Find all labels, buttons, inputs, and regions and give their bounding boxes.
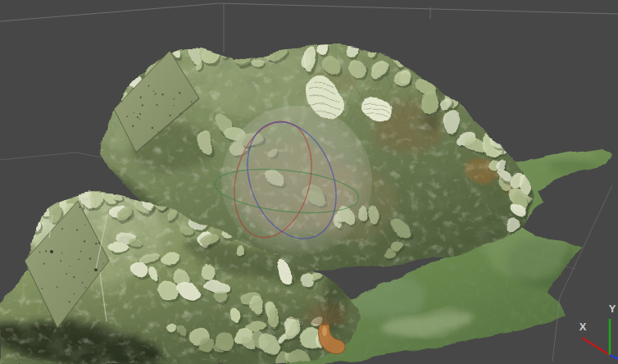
y-axis-label: Y [609,303,616,315]
trackball-sphere [221,106,372,257]
model-viewport[interactable]: X Y [0,0,618,364]
x-axis-label: X [579,321,587,333]
